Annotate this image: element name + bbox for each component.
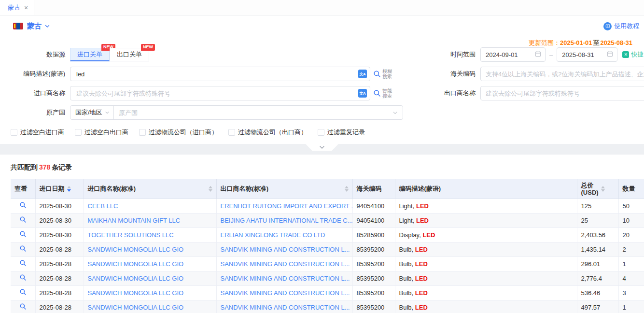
exporter-cell: SANDVIK MINING AND CONSTRUCTION L...	[216, 256, 352, 271]
quantity-cell: 2	[618, 242, 644, 256]
importer-link[interactable]: SANDWICH MONGOLIA LLC GIO	[88, 260, 184, 268]
count-suffix: 条记录	[52, 163, 72, 171]
view-magnifier-icon[interactable]	[19, 245, 27, 252]
importer-link[interactable]: SANDWICH MONGOLIA LLC GIO	[88, 304, 184, 311]
importer-input[interactable]	[75, 89, 358, 98]
importer-link[interactable]: CEEB LLC	[88, 202, 118, 210]
header-importer[interactable]: 进口商名称(标准)	[84, 179, 216, 199]
exporter-link[interactable]: ERENHOT RUITONG IMPORT AND EXPORT ...	[221, 202, 353, 210]
table-row: 2025-08-30 MAIKHAN MOUNTAIN GIFT LLC BEI…	[11, 213, 644, 228]
quick-select-link[interactable]: ✕ 快捷	[622, 50, 644, 59]
header-total-usd[interactable]: 总价(USD)	[577, 179, 618, 199]
checkbox-icon[interactable]	[11, 129, 17, 136]
translate-icon[interactable]: 文A	[358, 89, 367, 98]
tab-import-orders[interactable]: 进口关单 NEW	[70, 48, 110, 61]
hs-code-cell: 85395200	[352, 256, 395, 271]
view-magnifier-icon[interactable]	[19, 259, 27, 267]
checkbox-icon[interactable]	[75, 129, 82, 136]
origin-label: 原产国	[0, 108, 65, 117]
update-range-label: 更新范围：	[529, 39, 560, 46]
code-desc-cell: Display, LED	[395, 228, 577, 242]
total-usd-cell: 497.57	[577, 300, 618, 313]
importer-link[interactable]: SANDWICH MONGOLIA LLC GIO	[88, 246, 184, 253]
fuzzy-search-button[interactable]: 模糊搜索	[373, 69, 403, 79]
end-date-input[interactable]: 2025-08-31	[557, 47, 617, 62]
collapse-handle[interactable]	[306, 144, 338, 151]
smart-search-button[interactable]: 智能搜索	[373, 88, 403, 99]
view-magnifier-icon[interactable]	[19, 230, 27, 238]
tab-close-icon[interactable]: ×	[24, 4, 28, 11]
start-date-input[interactable]: 2024-09-01	[480, 47, 546, 62]
led-highlight: LED	[422, 231, 435, 239]
checkbox-icon[interactable]	[228, 129, 235, 136]
exporter-link[interactable]: BEIJING AHATU INTERNATIONAL TRADE C...	[221, 217, 353, 224]
view-magnifier-icon[interactable]	[19, 201, 27, 209]
search-icon	[373, 70, 381, 78]
importer-link[interactable]: MAIKHAN MOUNTAIN GIFT LLC	[88, 217, 181, 224]
tab-export-orders[interactable]: 出口关单 NEW	[110, 48, 149, 61]
import-date-cell: 2025-08-28	[35, 242, 84, 256]
view-magnifier-icon[interactable]	[19, 288, 27, 296]
origin-input-box: 国家/地区	[70, 105, 403, 120]
shortcut-icon: ✕	[622, 51, 629, 58]
filter-row-origin: 原产国 国家/地区	[0, 105, 644, 120]
checkbox-filter-blank-exporter[interactable]: 过滤空白出口商	[75, 128, 128, 137]
hs-code-input[interactable]	[480, 67, 644, 81]
total-usd-cell: 296.01	[577, 256, 618, 271]
tab-mongolia[interactable]: 蒙古 ×	[0, 0, 34, 15]
led-highlight: LED	[415, 246, 428, 253]
chevron-down-icon[interactable]	[392, 110, 398, 115]
importer-link[interactable]: SANDWICH MONGOLIA LLC GIO	[88, 275, 184, 282]
header-exporter[interactable]: 出口商名称(标准)	[216, 179, 352, 199]
importer-link[interactable]: SANDWICH MONGOLIA LLC GIO	[88, 289, 184, 297]
importer-cell: SANDWICH MONGOLIA LLC GIO	[84, 242, 216, 256]
origin-input[interactable]	[114, 109, 392, 116]
checkbox-filter-blank-importer[interactable]: 过滤空白进口商	[11, 128, 64, 137]
checkbox-icon[interactable]	[139, 129, 146, 136]
panel-divider	[0, 144, 644, 155]
code-desc-input[interactable]	[75, 70, 358, 78]
checkbox-icon[interactable]	[318, 129, 324, 136]
view-magnifier-icon[interactable]	[19, 274, 27, 281]
sort-icons	[67, 186, 71, 192]
importer-cell: SANDWICH MONGOLIA LLC GIO	[84, 300, 216, 313]
total-usd-cell: 1,435.14	[577, 242, 618, 256]
view-cell	[11, 213, 35, 228]
exporter-link[interactable]: SANDVIK MINING AND CONSTRUCTION L...	[221, 289, 350, 297]
hs-code-cell: 94054100	[352, 199, 395, 213]
code-desc-input-box: 文A	[70, 67, 370, 81]
import-date-cell: 2025-08-30	[35, 228, 84, 242]
exporter-link[interactable]: SANDVIK MINING AND CONSTRUCTION L...	[221, 275, 350, 282]
header-import-date[interactable]: 进口日期	[35, 179, 84, 199]
tutorial-link[interactable]: 使用教程	[603, 15, 639, 37]
importer-link[interactable]: TOGETHER SOLUTIONS LLC	[88, 231, 174, 239]
filter-checkbox-row: 过滤空白进口商 过滤空白出口商 过滤物流公司（进口商） 过滤物流公司（出口商） …	[11, 128, 644, 137]
exporter-link[interactable]: SANDVIK MINING AND CONSTRUCTION L...	[221, 260, 350, 268]
code-desc-cell: Bulb, LED	[395, 300, 577, 313]
checkbox-filter-duplicates[interactable]: 过滤重复记录	[318, 128, 365, 137]
exporter-link[interactable]: SANDVIK MINING AND CONSTRUCTION L...	[221, 304, 350, 311]
hs-code-field	[480, 67, 644, 81]
checkbox-filter-logistics-exporter[interactable]: 过滤物流公司（出口商）	[228, 128, 307, 137]
exporter-input[interactable]	[480, 86, 644, 100]
quantity-cell: 1	[618, 256, 644, 271]
checkbox-filter-logistics-importer[interactable]: 过滤物流公司（进口商）	[139, 128, 218, 137]
translate-icon[interactable]: 文A	[358, 70, 367, 78]
exporter-link[interactable]: ERLIAN XINGLONG TRADE CO LTD	[221, 231, 325, 239]
view-magnifier-icon[interactable]	[19, 303, 27, 310]
table-row: 2025-08-28 SANDWICH MONGOLIA LLC GIO SAN…	[11, 256, 644, 271]
view-magnifier-icon[interactable]	[19, 216, 27, 223]
tab-bar: 蒙古 ×	[0, 0, 644, 15]
chevron-down-icon[interactable]	[44, 23, 50, 29]
code-desc-cell: Light, LED	[395, 213, 577, 228]
region-select[interactable]: 国家/地区	[70, 106, 114, 119]
update-range-to: 2025-08-31	[601, 39, 633, 46]
code-desc-cell: Bulb, LED	[395, 256, 577, 271]
exporter-link[interactable]: SANDVIK MINING AND CONSTRUCTION L...	[221, 246, 350, 253]
book-icon	[603, 22, 612, 30]
exporter-cell: SANDVIK MINING AND CONSTRUCTION L...	[216, 300, 352, 313]
country-title[interactable]: 蒙古	[27, 22, 42, 31]
region-select-value: 国家/地区	[75, 108, 102, 117]
view-cell	[11, 199, 35, 213]
header-view: 查看	[11, 179, 35, 199]
